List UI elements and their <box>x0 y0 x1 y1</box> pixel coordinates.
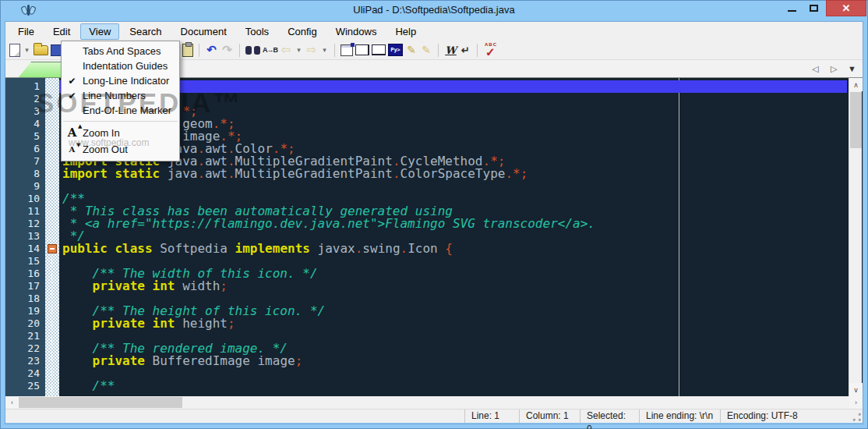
menu-item-label: End-Of-Line Marker <box>83 105 171 116</box>
go-back-dropdown[interactable]: ▾ <box>295 42 303 58</box>
code-line[interactable]: * <a href="https://flamingo.dev.java.net… <box>59 218 847 230</box>
edit-snippet-button[interactable]: ✎ <box>405 42 418 58</box>
minimize-button[interactable] <box>782 0 802 16</box>
status-line: Line: 1 <box>464 410 519 423</box>
window-title: UliPad - D:\Softpedia\Softpedia.java <box>0 4 868 16</box>
redo-button[interactable]: ↷ <box>221 42 234 58</box>
line-number: 8 <box>5 168 45 180</box>
menu-item-file[interactable]: File <box>9 23 43 40</box>
go-back-button[interactable]: ⇦ <box>280 42 292 58</box>
toolbar-separator <box>334 44 335 57</box>
line-number: 6 <box>5 143 45 155</box>
menu-item-line-numbers[interactable]: ✔Line Numbers <box>62 88 179 103</box>
menu-separator <box>63 121 178 122</box>
line-number: 13 <box>5 230 45 243</box>
horizontal-scrollbar[interactable]: ‹ › <box>5 396 863 409</box>
vertical-scrollbar[interactable]: ∧ ∨ <box>849 78 862 396</box>
title-bar[interactable]: UliPad - D:\Softpedia\Softpedia.java ✕ <box>0 0 868 22</box>
scroll-up-icon[interactable]: ∧ <box>849 78 863 91</box>
menu-item-label: Tabs And Spaces <box>83 45 161 57</box>
status-line-ending: Line ending: \r\n <box>639 410 720 423</box>
line-number: 4 <box>5 118 45 130</box>
line-number: 18 <box>5 292 45 305</box>
menu-item-tools[interactable]: Tools <box>237 23 277 40</box>
word-wrap-button[interactable]: W <box>444 42 457 58</box>
menu-item-search[interactable]: Search <box>121 23 170 40</box>
line-number: 20 <box>5 317 45 330</box>
tab-scroll-left-icon[interactable]: ◁ <box>812 64 818 74</box>
document-properties-button[interactable] <box>340 44 353 56</box>
split-horizontal-button[interactable] <box>372 44 386 55</box>
menu-item-label: Long-Line Indicator <box>83 75 169 87</box>
menu-item-tabs-and-spaces[interactable]: Tabs And Spaces <box>62 44 179 58</box>
find-button[interactable] <box>245 44 260 55</box>
tab-list-icon[interactable]: ▼ <box>848 64 856 73</box>
menu-item-long-line-indicator[interactable]: ✔Long-Line Indicator <box>62 73 179 88</box>
scroll-right-icon[interactable]: › <box>849 396 863 409</box>
new-file-button[interactable] <box>9 44 20 57</box>
menu-item-edit[interactable]: Edit <box>44 23 79 40</box>
scroll-down-icon[interactable]: ∨ <box>849 383 863 396</box>
code-line[interactable]: private BufferedImage image; <box>59 355 847 367</box>
menu-item-label: Zoom Out <box>83 144 128 155</box>
new-file-dropdown[interactable]: ▾ <box>23 42 31 58</box>
menu-bar: FileEditViewSearchDocumentToolsConfigWin… <box>5 22 863 41</box>
fold-collapse-icon[interactable] <box>48 244 57 254</box>
code-line[interactable]: import static java.awt.MultipleGradientP… <box>59 168 847 180</box>
spell-check-button[interactable]: ABC✓ <box>483 43 499 58</box>
menu-item-end-of-line-marker[interactable]: End-Of-Line Marker <box>62 103 179 118</box>
menu-item-document[interactable]: Document <box>172 23 235 40</box>
menu-item-zoom-out[interactable]: A▼Zoom Out <box>62 141 179 158</box>
line-number: 12 <box>5 218 45 230</box>
tab-scroll-right-icon[interactable]: ▷ <box>831 64 837 74</box>
code-line[interactable] <box>59 367 847 380</box>
code-line[interactable]: /** <box>59 380 847 392</box>
close-button[interactable]: ✕ <box>826 0 866 16</box>
line-wrap-button[interactable]: ↵ <box>460 42 471 58</box>
line-number: 1 <box>5 80 45 93</box>
vertical-scrollbar-thumb[interactable] <box>850 92 862 148</box>
menu-item-label: Line Numbers <box>83 90 146 101</box>
horizontal-scrollbar-thumb[interactable] <box>19 397 182 408</box>
toolbar-separator <box>438 44 439 57</box>
status-selected: Selected: 0 <box>580 410 639 423</box>
replace-button[interactable]: A→B <box>263 42 277 58</box>
menu-item-zoom-in[interactable]: A▲Zoom In <box>62 125 179 141</box>
ulipad-window: UliPad - D:\Softpedia\Softpedia.java ✕ F… <box>0 0 868 429</box>
menu-item-help[interactable]: Help <box>386 23 425 40</box>
checkmark-icon: ✔ <box>62 90 83 101</box>
zoom-in-icon: A▲ <box>62 127 83 139</box>
menu-item-indentation-guides[interactable]: Indentation Guides <box>62 58 179 73</box>
view-dropdown-menu: Tabs And SpacesIndentation Guides✔Long-L… <box>61 41 180 161</box>
go-forward-dropdown[interactable]: ▾ <box>320 42 329 58</box>
open-file-button[interactable] <box>34 45 48 55</box>
close-icon: ✕ <box>842 2 851 14</box>
code-line[interactable]: private int width; <box>59 280 847 292</box>
python-console-button[interactable]: Py> <box>388 44 403 56</box>
menu-item-config[interactable]: Config <box>279 23 326 40</box>
line-number: 10 <box>5 193 45 205</box>
status-bar: Line: 1Column: 1Selected: 0Line ending: … <box>5 409 863 423</box>
menu-item-label: Zoom In <box>83 127 120 139</box>
split-vertical-button[interactable] <box>355 44 369 55</box>
line-number: 21 <box>5 330 45 342</box>
code-line[interactable]: private int height; <box>59 317 847 330</box>
toolbar-separator <box>239 44 240 57</box>
maximize-button[interactable] <box>803 0 824 16</box>
line-number: 25 <box>5 380 45 392</box>
line-number: 7 <box>5 155 45 168</box>
menu-item-windows[interactable]: Windows <box>327 23 386 40</box>
status-encoding: Encoding: UTF-8 <box>720 410 851 423</box>
scroll-left-icon[interactable]: ‹ <box>5 396 19 409</box>
resize-grip[interactable] <box>851 411 862 422</box>
edit-tag-button[interactable]: ✎ <box>420 42 432 58</box>
code-line[interactable] <box>59 180 847 193</box>
checkmark-icon: ✔ <box>62 76 83 87</box>
line-number: 17 <box>5 280 45 292</box>
line-number: 9 <box>5 180 45 193</box>
go-forward-button[interactable]: ⇨ <box>305 42 318 58</box>
code-line[interactable]: public class Softpedia implements javax.… <box>59 243 847 255</box>
paste-button[interactable] <box>182 44 193 57</box>
undo-button[interactable]: ↶ <box>205 42 218 58</box>
menu-item-view[interactable]: View <box>80 23 119 40</box>
